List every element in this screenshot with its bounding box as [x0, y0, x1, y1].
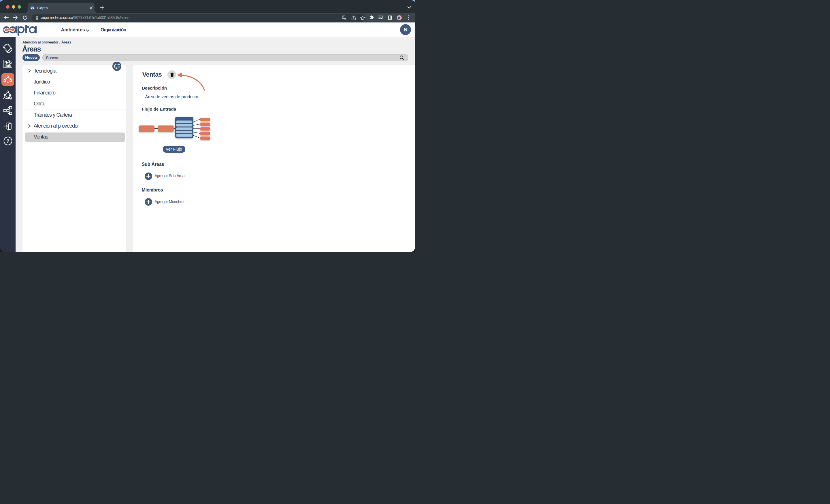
svg-text:?: ? [6, 138, 9, 144]
